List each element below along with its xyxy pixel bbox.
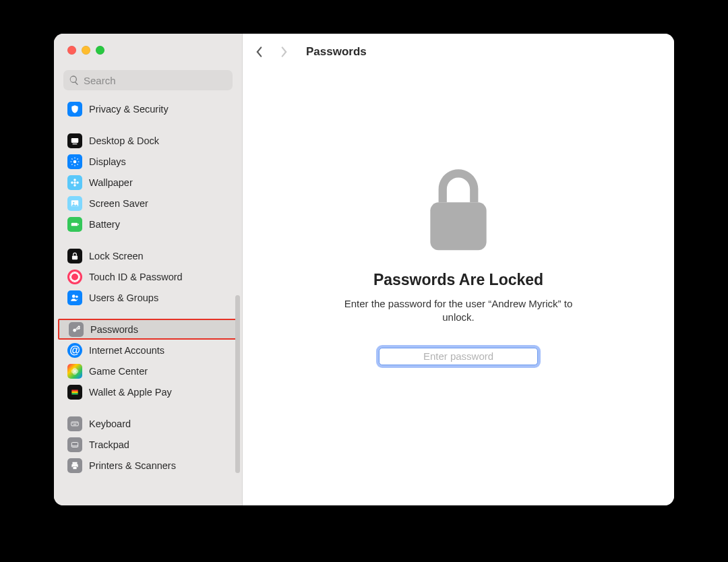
window-controls — [54, 34, 242, 65]
search-field-wrap — [63, 70, 233, 90]
svg-rect-30 — [71, 393, 78, 394]
zoom-window-button[interactable] — [96, 46, 104, 55]
sidebar-item-label: Lock Screen — [89, 251, 144, 261]
svg-point-11 — [73, 181, 76, 184]
sidebar-item-printers-scanners[interactable]: Printers & Scanners — [58, 455, 238, 476]
sidebar-item-label: Desktop & Dock — [89, 135, 159, 146]
sidebar-item-label: Passwords — [90, 324, 138, 335]
svg-rect-32 — [73, 424, 77, 425]
locked-content: Passwords Are Locked Enter the password … — [243, 70, 674, 505]
sidebar-item-label: Printers & Scanners — [89, 460, 176, 471]
sidebar-item-game-center[interactable]: Game Center — [58, 361, 238, 381]
sidebar-item-label: Keyboard — [89, 418, 131, 429]
svg-line-7 — [71, 158, 72, 159]
sidebar-item-internet-accounts[interactable]: @Internet Accounts — [58, 340, 238, 361]
people-icon — [67, 290, 82, 305]
svg-point-15 — [76, 181, 79, 184]
sidebar-item-label: Touch ID & Password — [89, 272, 183, 282]
game-icon — [67, 364, 82, 379]
forward-button[interactable] — [275, 40, 294, 64]
svg-line-9 — [71, 164, 72, 164]
svg-line-10 — [78, 158, 78, 159]
svg-point-21 — [72, 294, 75, 298]
sidebar-item-privacy-security[interactable]: Privacy & Security — [58, 98, 238, 119]
svg-point-37 — [77, 423, 78, 423]
sun-icon — [67, 154, 82, 169]
close-window-button[interactable] — [67, 46, 76, 55]
svg-point-33 — [72, 423, 73, 423]
sidebar-item-label: Internet Accounts — [89, 345, 164, 356]
battery-icon — [67, 217, 82, 232]
photo-icon — [67, 196, 82, 211]
svg-rect-1 — [73, 144, 78, 144]
svg-rect-20 — [72, 255, 78, 259]
sidebar-item-trackpad[interactable]: Trackpad — [58, 434, 238, 455]
svg-rect-28 — [71, 389, 78, 391]
svg-rect-0 — [71, 137, 79, 142]
sidebar-item-wallpaper[interactable]: Wallpaper — [58, 172, 238, 193]
svg-point-27 — [73, 371, 77, 375]
sidebar-item-desktop-dock[interactable]: Desktop & Dock — [58, 130, 238, 151]
lock-icon — [425, 168, 491, 259]
svg-point-22 — [75, 295, 78, 298]
sidebar-item-label: Wallet & Apple Pay — [89, 387, 172, 398]
lock-icon — [67, 249, 82, 263]
titlebar: Passwords — [243, 34, 674, 70]
sidebar-item-battery[interactable]: Battery — [58, 214, 238, 235]
trackpad-icon — [67, 437, 82, 452]
sidebar: Privacy & SecurityDesktop & DockDisplays… — [54, 34, 243, 505]
svg-rect-43 — [430, 202, 486, 250]
fingerprint-icon — [67, 270, 82, 284]
sidebar-item-keyboard[interactable]: Keyboard — [58, 413, 238, 434]
svg-rect-31 — [71, 422, 79, 426]
sidebar-item-screen-saver[interactable]: Screen Saver — [58, 193, 238, 214]
sidebar-item-label: Trackpad — [89, 439, 129, 450]
search-icon — [69, 75, 80, 86]
minimize-window-button[interactable] — [82, 46, 90, 55]
svg-point-34 — [73, 423, 74, 423]
sidebar-item-touch-id-password[interactable]: Touch ID & Password — [58, 266, 238, 287]
page-title: Passwords — [306, 45, 367, 59]
at-icon: @ — [67, 343, 82, 358]
sidebar-item-wallet-apple-pay[interactable]: Wallet & Apple Pay — [58, 381, 238, 402]
main-panel: Passwords Passwords Are Locked Enter the… — [243, 34, 674, 505]
svg-point-14 — [71, 181, 73, 184]
svg-point-12 — [73, 179, 76, 181]
sidebar-item-displays[interactable]: Displays — [58, 151, 238, 172]
svg-rect-38 — [71, 442, 78, 447]
back-button[interactable] — [249, 40, 268, 64]
svg-rect-29 — [71, 391, 78, 392]
svg-rect-18 — [71, 222, 78, 226]
locked-subtitle: Enter the password for the user “Andrew … — [330, 297, 586, 325]
svg-point-2 — [73, 160, 77, 163]
sidebar-item-label: Privacy & Security — [89, 104, 169, 115]
sidebar-item-label: Displays — [89, 156, 126, 167]
keyboard-icon — [67, 416, 82, 431]
flower-icon — [67, 175, 82, 190]
svg-rect-19 — [78, 223, 79, 224]
sidebar-item-label: Wallpaper — [89, 177, 133, 188]
locked-heading: Passwords Are Locked — [373, 271, 543, 289]
scrollbar-thumb[interactable] — [235, 295, 240, 473]
sidebar-item-passwords[interactable]: Passwords — [58, 319, 237, 340]
sidebar-item-label: Screen Saver — [89, 198, 148, 209]
svg-point-13 — [73, 184, 76, 187]
svg-point-23 — [73, 328, 76, 332]
shield-icon — [67, 102, 82, 117]
svg-point-35 — [74, 423, 75, 423]
svg-point-17 — [73, 201, 74, 203]
sidebar-item-users-groups[interactable]: Users & Groups — [58, 287, 238, 308]
sidebar-item-label: Game Center — [89, 366, 148, 377]
svg-rect-40 — [73, 462, 78, 464]
svg-line-8 — [78, 164, 78, 164]
sidebar-item-lock-screen[interactable]: Lock Screen — [58, 245, 238, 266]
printer-icon — [67, 458, 82, 473]
sidebar-item-label: Battery — [89, 219, 120, 230]
sidebar-item-label: Users & Groups — [89, 292, 158, 303]
dock-icon — [67, 133, 82, 148]
system-settings-window: Privacy & SecurityDesktop & DockDisplays… — [54, 34, 674, 505]
svg-rect-42 — [73, 466, 77, 469]
password-input[interactable] — [379, 348, 538, 365]
search-input[interactable] — [63, 70, 233, 90]
sidebar-list: Privacy & SecurityDesktop & DockDisplays… — [54, 96, 242, 505]
